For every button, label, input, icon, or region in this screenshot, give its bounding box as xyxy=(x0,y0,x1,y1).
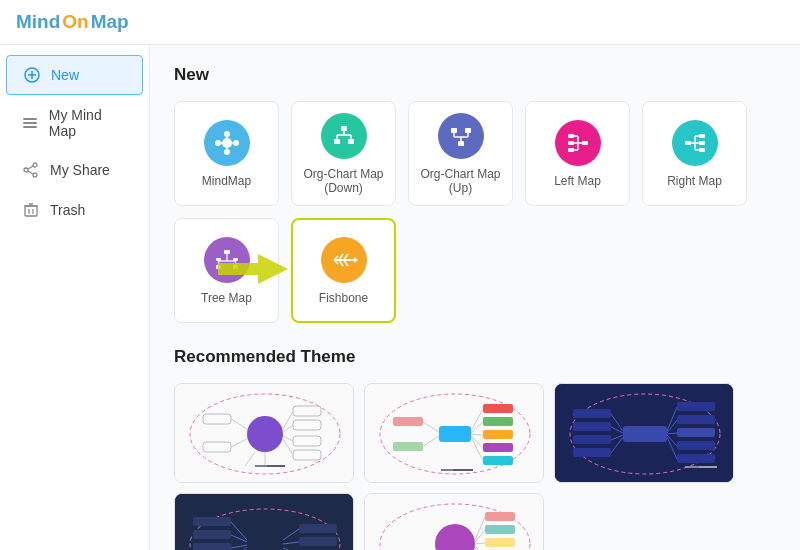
svg-rect-143 xyxy=(299,524,337,533)
theme-card-4[interactable] xyxy=(174,493,354,550)
recommended-section-title: Recommended Theme xyxy=(174,347,776,367)
org-down-icon xyxy=(321,113,367,159)
svg-point-6 xyxy=(33,163,37,167)
svg-point-8 xyxy=(33,173,37,177)
logo-mind: Mind xyxy=(16,11,60,33)
theme-card-5[interactable] xyxy=(364,493,544,550)
map-card-right-map[interactable]: Right Map xyxy=(642,101,747,206)
svg-rect-39 xyxy=(582,141,588,145)
sidebar: New My Mind Map My Share Trash xyxy=(0,45,150,550)
content: New MindMap Org-Chart Map (Down) xyxy=(150,45,800,550)
main-layout: New My Mind Map My Share Trash New xyxy=(0,45,800,550)
svg-rect-61 xyxy=(233,265,238,269)
svg-rect-122 xyxy=(573,422,611,431)
fishbone-icon xyxy=(321,237,367,283)
sidebar-item-my-share-label: My Share xyxy=(50,162,110,178)
svg-rect-49 xyxy=(699,134,705,138)
svg-line-10 xyxy=(28,171,33,174)
svg-rect-141 xyxy=(193,543,231,550)
svg-rect-32 xyxy=(458,141,464,146)
svg-line-9 xyxy=(28,166,33,169)
sidebar-item-trash-label: Trash xyxy=(50,202,85,218)
svg-rect-159 xyxy=(485,525,515,534)
svg-point-18 xyxy=(224,149,230,155)
my-mind-map-icon xyxy=(22,114,39,132)
sidebar-item-new-label: New xyxy=(51,67,79,83)
logo-on: On xyxy=(62,11,88,33)
svg-rect-123 xyxy=(573,435,611,444)
svg-rect-124 xyxy=(573,448,611,457)
svg-rect-158 xyxy=(485,512,515,521)
svg-rect-5 xyxy=(23,126,37,128)
svg-rect-116 xyxy=(677,402,715,411)
header: MindOnMap xyxy=(0,0,800,45)
map-card-org-down[interactable]: Org-Chart Map (Down) xyxy=(291,101,396,206)
svg-rect-119 xyxy=(677,441,715,450)
svg-rect-25 xyxy=(341,126,347,131)
svg-rect-99 xyxy=(483,430,513,439)
svg-rect-100 xyxy=(483,443,513,452)
svg-rect-51 xyxy=(699,148,705,152)
map-type-grid: MindMap Org-Chart Map (Down) Org-Chart M… xyxy=(174,101,776,323)
svg-rect-160 xyxy=(485,538,515,547)
svg-rect-97 xyxy=(483,404,513,413)
map-card-mindmap[interactable]: MindMap xyxy=(174,101,279,206)
theme-card-3[interactable] xyxy=(554,383,734,483)
map-card-org-up[interactable]: Org-Chart Map (Up) xyxy=(408,101,513,206)
trash-icon xyxy=(22,201,40,219)
svg-rect-3 xyxy=(23,118,37,120)
sidebar-item-trash[interactable]: Trash xyxy=(6,191,143,229)
svg-rect-103 xyxy=(393,442,423,451)
svg-rect-11 xyxy=(25,206,37,216)
svg-point-7 xyxy=(24,168,28,172)
sidebar-item-new[interactable]: New xyxy=(6,55,143,95)
svg-point-20 xyxy=(233,140,239,146)
svg-rect-121 xyxy=(573,409,611,418)
svg-rect-60 xyxy=(216,265,221,269)
mindmap-icon xyxy=(204,120,250,166)
left-map-label: Left Map xyxy=(554,174,601,188)
svg-point-19 xyxy=(215,140,221,146)
org-up-label: Org-Chart Map (Up) xyxy=(409,167,512,195)
svg-rect-42 xyxy=(568,148,574,152)
svg-rect-41 xyxy=(568,141,574,145)
svg-rect-27 xyxy=(348,139,354,144)
svg-rect-40 xyxy=(568,134,574,138)
svg-rect-118 xyxy=(677,428,715,437)
map-card-fishbone[interactable]: Fishbone xyxy=(291,218,396,323)
sidebar-item-my-mind-map[interactable]: My Mind Map xyxy=(6,97,143,149)
sidebar-item-my-share[interactable]: My Share xyxy=(6,151,143,189)
svg-rect-26 xyxy=(334,139,340,144)
theme-card-2[interactable] xyxy=(364,383,544,483)
right-map-label: Right Map xyxy=(667,174,722,188)
new-section-title: New xyxy=(174,65,776,85)
theme-grid xyxy=(174,383,776,550)
svg-rect-117 xyxy=(677,415,715,424)
svg-rect-48 xyxy=(685,141,691,145)
svg-rect-34 xyxy=(465,128,471,133)
svg-marker-73 xyxy=(354,257,358,263)
svg-rect-98 xyxy=(483,417,513,426)
map-card-tree-map[interactable]: Tree Map xyxy=(174,218,279,323)
svg-point-17 xyxy=(224,131,230,137)
map-card-left-map[interactable]: Left Map xyxy=(525,101,630,206)
mindmap-label: MindMap xyxy=(202,174,251,188)
tree-map-label: Tree Map xyxy=(201,291,252,305)
org-up-icon xyxy=(438,113,484,159)
svg-point-77 xyxy=(247,416,283,452)
theme-card-1[interactable] xyxy=(174,383,354,483)
svg-rect-4 xyxy=(23,122,37,124)
svg-rect-144 xyxy=(299,537,337,546)
right-map-icon xyxy=(672,120,718,166)
svg-rect-140 xyxy=(193,530,231,539)
svg-rect-50 xyxy=(699,141,705,145)
org-down-label: Org-Chart Map (Down) xyxy=(292,167,395,195)
svg-rect-139 xyxy=(193,517,231,526)
new-icon xyxy=(23,66,41,84)
svg-rect-57 xyxy=(224,250,230,254)
svg-rect-33 xyxy=(451,128,457,133)
svg-rect-96 xyxy=(439,426,471,442)
svg-rect-102 xyxy=(393,417,423,426)
tree-map-icon xyxy=(204,237,250,283)
left-map-icon xyxy=(555,120,601,166)
